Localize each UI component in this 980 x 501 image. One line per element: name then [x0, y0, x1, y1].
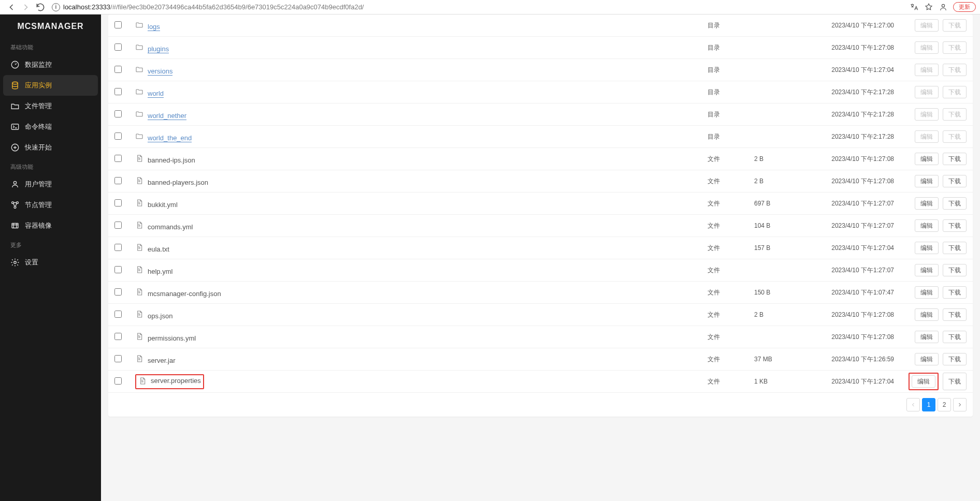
- download-button[interactable]: 下载: [943, 353, 967, 365]
- container-icon: [10, 221, 20, 230]
- download-button[interactable]: 下载: [943, 19, 967, 32]
- row-checkbox[interactable]: [114, 222, 122, 229]
- row-mtime: 2023/4/10 下午1:27:08: [801, 177, 894, 186]
- edit-button[interactable]: 编辑: [915, 153, 939, 165]
- download-button[interactable]: 下载: [943, 308, 967, 321]
- download-button[interactable]: 下载: [943, 64, 967, 76]
- sidebar: MCSMANAGER 基础功能 数据监控 应用实例 文件管理 命令终端: [0, 14, 101, 501]
- edit-button[interactable]: 编辑: [915, 286, 939, 299]
- file-row: world目录2023/4/10 下午2:17:28编辑下载: [108, 81, 973, 104]
- svg-rect-9: [12, 224, 18, 228]
- row-checkbox[interactable]: [114, 311, 122, 318]
- edit-button[interactable]: 编辑: [915, 331, 939, 343]
- edit-button[interactable]: 编辑: [915, 41, 939, 54]
- folder-link[interactable]: versions: [148, 67, 172, 76]
- sidebar-item-container-image[interactable]: 容器镜像: [0, 215, 101, 236]
- browser-back[interactable]: [6, 2, 17, 12]
- profile-icon[interactable]: [939, 3, 948, 12]
- pagination-page-2[interactable]: 2: [938, 398, 951, 411]
- browser-update-button[interactable]: 更新: [953, 2, 976, 12]
- row-checkbox[interactable]: [114, 199, 122, 207]
- download-button[interactable]: 下载: [943, 153, 967, 165]
- edit-button[interactable]: 编辑: [912, 375, 935, 388]
- pagination-page-1[interactable]: 1: [922, 398, 935, 411]
- row-checkbox[interactable]: [114, 266, 122, 273]
- row-checkbox[interactable]: [114, 110, 122, 117]
- svg-point-8: [14, 207, 16, 209]
- pagination-prev[interactable]: [906, 398, 920, 411]
- row-checkbox[interactable]: [114, 288, 122, 296]
- row-checkbox[interactable]: [114, 43, 122, 51]
- file-name: banned-players.json: [148, 179, 208, 186]
- folder-link[interactable]: world_nether: [148, 112, 186, 120]
- row-mtime: 2023/4/10 下午1:07:47: [801, 288, 894, 297]
- edit-button[interactable]: 编辑: [915, 353, 939, 365]
- download-button[interactable]: 下载: [943, 286, 967, 299]
- folder-link[interactable]: logs: [148, 23, 160, 31]
- edit-button[interactable]: 编辑: [915, 264, 939, 276]
- row-checkbox[interactable]: [114, 66, 122, 73]
- row-checkbox[interactable]: [114, 177, 122, 184]
- download-button[interactable]: 下载: [943, 373, 967, 390]
- edit-button[interactable]: 编辑: [915, 219, 939, 232]
- url-text: localhost:23333/#/file/9ec3b0e20734496ca…: [63, 3, 364, 11]
- edit-button[interactable]: 编辑: [915, 308, 939, 321]
- download-button[interactable]: 下载: [943, 175, 967, 187]
- edit-button[interactable]: 编辑: [915, 64, 939, 76]
- bookmark-star-icon[interactable]: [924, 3, 933, 12]
- row-size: 157 B: [754, 244, 801, 252]
- download-button[interactable]: 下载: [943, 41, 967, 54]
- edit-button[interactable]: 编辑: [915, 108, 939, 121]
- download-button[interactable]: 下载: [943, 242, 967, 254]
- download-button[interactable]: 下载: [943, 108, 967, 121]
- edit-button[interactable]: 编辑: [915, 86, 939, 98]
- pagination-next[interactable]: [953, 398, 967, 411]
- gauge-icon: [10, 60, 20, 69]
- row-checkbox[interactable]: [114, 377, 122, 385]
- browser-forward[interactable]: [21, 2, 31, 12]
- edit-button[interactable]: 编辑: [915, 242, 939, 254]
- row-type: 目录: [708, 132, 754, 141]
- sidebar-item-data-monitor[interactable]: 数据监控: [0, 54, 101, 75]
- file-name: server.properties: [151, 377, 201, 385]
- browser-reload[interactable]: [35, 2, 46, 12]
- edit-button[interactable]: 编辑: [915, 197, 939, 210]
- row-checkbox[interactable]: [114, 244, 122, 251]
- download-button[interactable]: 下载: [943, 197, 967, 210]
- row-checkbox[interactable]: [114, 21, 122, 28]
- row-size: 2 B: [754, 311, 801, 318]
- download-button[interactable]: 下载: [943, 331, 967, 343]
- row-type: 文件: [708, 266, 754, 275]
- folder-icon: [135, 87, 143, 96]
- row-size: 697 B: [754, 200, 801, 207]
- sidebar-item-user-mgmt[interactable]: 用户管理: [0, 174, 101, 195]
- sidebar-item-settings[interactable]: 设置: [0, 252, 101, 273]
- row-checkbox[interactable]: [114, 132, 122, 140]
- sidebar-item-app-instance[interactable]: 应用实例: [3, 75, 98, 96]
- row-size: 37 MB: [754, 356, 801, 363]
- sidebar-item-node-mgmt[interactable]: 节点管理: [0, 195, 101, 215]
- folder-link[interactable]: world: [148, 90, 164, 98]
- edit-button[interactable]: 编辑: [915, 19, 939, 32]
- edit-button[interactable]: 编辑: [915, 130, 939, 143]
- download-button[interactable]: 下载: [943, 219, 967, 232]
- file-list-panel: logs目录2023/4/10 下午1:27:00编辑下载plugins目录20…: [108, 14, 973, 417]
- row-checkbox[interactable]: [114, 333, 122, 340]
- sidebar-item-quick-start[interactable]: 快速开始: [0, 137, 101, 158]
- file-name: help.yml: [148, 268, 172, 275]
- row-checkbox[interactable]: [114, 88, 122, 95]
- download-button[interactable]: 下载: [943, 86, 967, 98]
- folder-link[interactable]: plugins: [148, 45, 169, 53]
- file-name: ops.json: [148, 312, 172, 320]
- row-checkbox[interactable]: [114, 155, 122, 162]
- site-info-icon[interactable]: i: [52, 3, 60, 11]
- sidebar-item-command-terminal[interactable]: 命令终端: [0, 116, 101, 137]
- row-checkbox[interactable]: [114, 355, 122, 362]
- row-mtime: 2023/4/10 下午1:27:04: [801, 244, 894, 253]
- edit-button[interactable]: 编辑: [915, 175, 939, 187]
- translate-icon[interactable]: [910, 3, 919, 12]
- download-button[interactable]: 下载: [943, 264, 967, 276]
- sidebar-item-file-mgmt[interactable]: 文件管理: [0, 96, 101, 116]
- download-button[interactable]: 下载: [943, 130, 967, 143]
- folder-link[interactable]: world_the_end: [148, 134, 192, 142]
